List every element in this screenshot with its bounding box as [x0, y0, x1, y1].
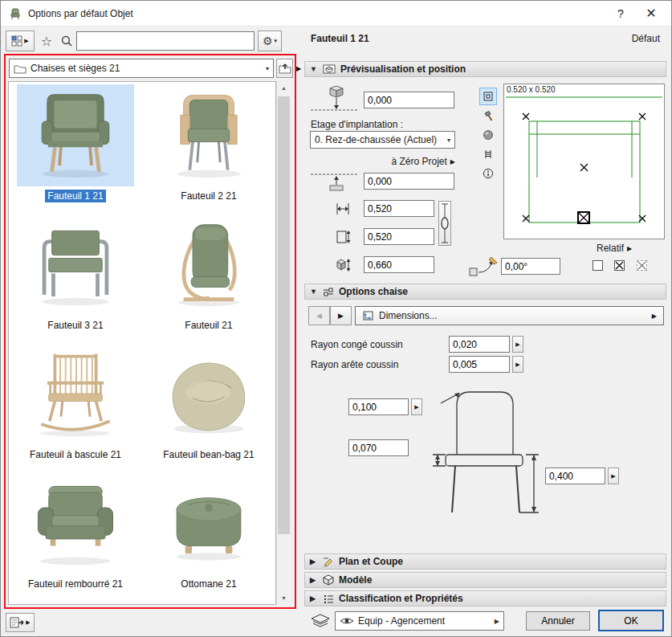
- flyout-arrow-icon: ▶: [515, 341, 519, 348]
- list-scrollbar[interactable]: ▲ ▼: [276, 81, 290, 605]
- hotspot-checkbox-mixed[interactable]: [637, 260, 647, 271]
- bean-bag-image: [159, 349, 259, 439]
- dimension-z-input[interactable]: [364, 256, 434, 273]
- list-item[interactable]: Fauteuil bean-bag 21: [142, 341, 275, 470]
- diagram-height-input[interactable]: [545, 468, 605, 484]
- list-item[interactable]: Fauteuil 1 21: [9, 82, 142, 211]
- scrollbar-thumb[interactable]: [278, 96, 290, 534]
- top-link-input[interactable]: [364, 92, 454, 108]
- section-model[interactable]: ▶ Modèle: [304, 572, 666, 588]
- folder-up-button[interactable]: [276, 59, 293, 78]
- list-item-label: Fauteuil 21: [182, 319, 234, 332]
- parameter-page-dropdown[interactable]: Dimensions... ▶: [355, 306, 664, 325]
- search-icon[interactable]: [59, 32, 75, 50]
- param-flyout-button[interactable]: ▶: [512, 356, 523, 373]
- section-classification[interactable]: ▶ Classification et Propriétés: [304, 590, 666, 606]
- expand-arrow-icon: ▶: [310, 576, 318, 584]
- view-mode-button[interactable]: ▶: [6, 31, 35, 51]
- list-item[interactable]: Fauteuil 3 21: [9, 211, 142, 341]
- chair-plan-drawing: [504, 84, 664, 239]
- settings-gear-button[interactable]: ⚙ ▾: [258, 31, 282, 51]
- relative-button[interactable]: Relatif ▶: [597, 243, 632, 254]
- diagram-radius-input[interactable]: [348, 398, 409, 415]
- dimension-x-input[interactable]: [364, 200, 434, 217]
- selected-object-name: Fauteuil 1 21: [311, 33, 369, 44]
- search-input[interactable]: [76, 31, 255, 51]
- list-item-label: Fauteuil 2 21: [178, 190, 238, 202]
- transfer-settings-button[interactable]: ▶: [6, 613, 35, 632]
- chair-thumbnail[interactable]: [17, 84, 134, 186]
- param-flyout-button[interactable]: ▶: [512, 336, 523, 353]
- param-input-radius-fillet[interactable]: [449, 336, 510, 353]
- elevation-input[interactable]: [364, 173, 454, 190]
- favorites-star-icon[interactable]: ☆: [38, 32, 55, 50]
- layer-dropdown[interactable]: Equip - Agencement ▶: [335, 611, 504, 631]
- eye-icon: [340, 616, 354, 626]
- preview-mode-elevation-button[interactable]: [479, 107, 497, 125]
- previous-page-button[interactable]: ◀: [308, 306, 330, 325]
- scrollbar-down-icon[interactable]: ▼: [277, 591, 291, 605]
- storey-dropdown[interactable]: 0. Rez-de-chaussée (Actuel) ▾: [310, 131, 455, 149]
- preview-mode-3d-button[interactable]: [479, 126, 497, 144]
- folder-icon: [14, 63, 26, 74]
- diagram-flyout-button[interactable]: ▶: [411, 398, 422, 415]
- hotspot-checkbox-checked[interactable]: [614, 260, 625, 271]
- parameter-page-arrow-icon: ▶: [652, 312, 657, 320]
- chair-thumbnail[interactable]: [17, 472, 134, 574]
- dimension-y-input[interactable]: [364, 228, 434, 245]
- list-item-label: Fauteuil rembourré 21: [26, 578, 125, 590]
- chair-front-diagram: [425, 381, 545, 521]
- object-list: Fauteuil 1 21: [8, 81, 276, 605]
- panel-expand-icon[interactable]: ▶: [296, 65, 301, 72]
- parameter-page-value: Dimensions...: [379, 310, 438, 321]
- close-button[interactable]: ✕: [639, 2, 663, 25]
- section-chair-options[interactable]: ▼ Options chaise: [304, 284, 666, 300]
- folder-dropdown[interactable]: Chaises et sièges 21 ▾: [9, 59, 274, 78]
- param-input-radius-edge[interactable]: [449, 356, 510, 373]
- preview-mode-plan-button[interactable]: [479, 88, 497, 105]
- chair-thumbnail[interactable]: [150, 343, 267, 445]
- preview-2d-pane[interactable]: 0.520 x 0.520: [503, 84, 665, 239]
- preview-mode-list-button[interactable]: [479, 145, 497, 163]
- rotation-angle-input[interactable]: [501, 258, 560, 275]
- list-item[interactable]: Fauteuil 2 21: [142, 82, 275, 211]
- elevation-icon: [309, 169, 359, 194]
- help-button[interactable]: ?: [609, 2, 633, 25]
- list-item-label: Fauteuil bean-bag 21: [161, 448, 256, 461]
- plan-section-icon: [323, 556, 334, 567]
- list-item[interactable]: Fauteuil à bascule 21: [9, 341, 142, 470]
- armchair-2-image: [159, 91, 259, 181]
- rotation-angle-icon: [468, 255, 499, 277]
- diagram-thickness-input[interactable]: [348, 439, 409, 456]
- highback-chair-image: [159, 220, 259, 310]
- list-item[interactable]: Fauteuil rembourré 21: [9, 470, 142, 599]
- top-link-icon: [309, 85, 359, 114]
- chair-thumbnail[interactable]: [150, 214, 267, 316]
- section-plan-section[interactable]: ▶ Plan et Coupe: [304, 553, 666, 570]
- layer-button[interactable]: [307, 611, 333, 631]
- mirror-checkbox[interactable]: [593, 260, 603, 271]
- zero-reference-button[interactable]: à Zéro Projet ▶: [351, 156, 455, 167]
- diagram-flyout-button[interactable]: ▶: [608, 468, 619, 484]
- scrollbar-up-icon[interactable]: ▲: [277, 81, 291, 95]
- link-dimensions-button[interactable]: [438, 201, 451, 246]
- chair-thumbnail[interactable]: [150, 84, 267, 186]
- chair-thumbnail[interactable]: [17, 214, 134, 316]
- list-item[interactable]: Ottomane 21: [142, 470, 275, 599]
- titlebar[interactable]: Options par défaut Objet ? ✕: [1, 1, 671, 27]
- preview-plan-icon: [483, 91, 494, 102]
- list-item[interactable]: Fauteuil 21: [142, 211, 275, 341]
- section-preview-position[interactable]: ▼ Prévisualisation et position: [304, 61, 666, 77]
- preview-info-button[interactable]: [479, 165, 497, 182]
- cancel-button[interactable]: Annuler: [526, 611, 590, 631]
- chain-link-icon: [440, 203, 450, 243]
- chair-thumbnail[interactable]: [150, 472, 267, 574]
- ok-button[interactable]: OK: [598, 610, 664, 631]
- folder-dropdown-value: Chaises et sièges 21: [31, 63, 120, 74]
- zero-reference-label: à Zéro Projet: [391, 156, 446, 167]
- dimensions-page-icon: [362, 310, 374, 321]
- flyout-arrow-icon: ▶: [515, 361, 519, 368]
- chair-thumbnail[interactable]: [17, 343, 134, 445]
- next-page-button[interactable]: ▶: [330, 306, 352, 325]
- expand-arrow-icon: ▶: [310, 557, 318, 566]
